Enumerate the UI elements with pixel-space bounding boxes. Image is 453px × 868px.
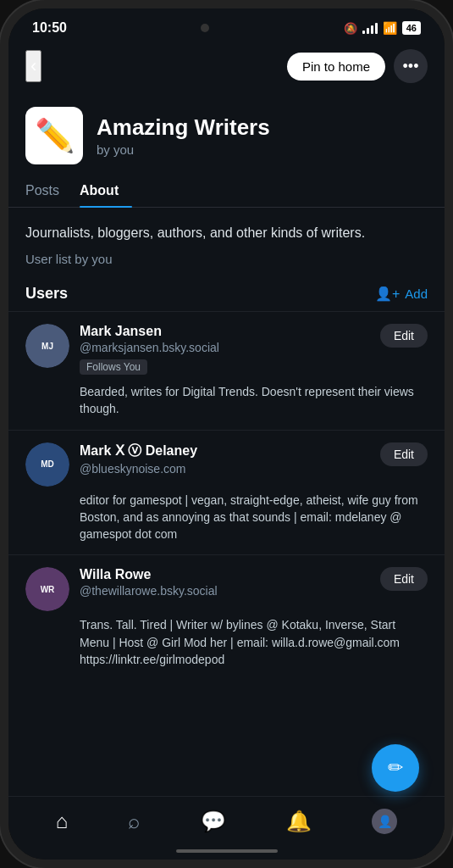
list-title: Amazing Writers [97, 114, 270, 141]
avatar: WR [25, 567, 69, 611]
user-bio: Trans. Tall. Tired | Writer w/ bylines @… [25, 616, 428, 668]
nav-search[interactable]: ⌕ [118, 806, 150, 837]
profile-icon: 👤 [378, 815, 392, 828]
user-bio: Bearded, writes for Digital Trends. Does… [25, 383, 428, 418]
nav-chat[interactable]: 💬 [191, 806, 236, 837]
bottom-nav: ⌂ ⌕ 💬 🔔 👤 [8, 796, 445, 843]
chat-icon: 💬 [201, 810, 226, 833]
users-section-title: Users [25, 285, 68, 303]
avatar-placeholder: MJ [25, 324, 69, 368]
wifi-icon: 📶 [383, 21, 397, 35]
user-name: Mark Jansen [80, 324, 219, 339]
list-avatar: ✏️ [25, 107, 83, 164]
back-button[interactable]: ‹ [25, 50, 41, 82]
header: ‹ Pin to home ••• [8, 42, 445, 93]
status-icons: 🔕 📶 46 [344, 21, 421, 35]
user-bio: editor for gamespot | vegan, straight-ed… [25, 492, 428, 543]
add-user-icon: 👤+ [375, 286, 400, 302]
pin-to-home-button[interactable]: Pin to home [287, 53, 385, 81]
list-avatar-icon: ✏️ [35, 117, 75, 154]
user-card-top: MJ Mark Jansen @marksjansen.bsky.social … [25, 324, 428, 378]
user-name: Willa Rowe [80, 567, 218, 582]
mute-icon: 🔕 [344, 22, 357, 35]
add-user-button[interactable]: 👤+ Add [375, 286, 428, 302]
profile-avatar: 👤 [372, 809, 397, 834]
battery-indicator: 46 [402, 21, 421, 35]
tabs: Posts About [8, 175, 445, 208]
user-card: WR Willa Rowe @thewillarowe.bsky.social … [8, 554, 445, 680]
nav-notifications[interactable]: 🔔 [276, 806, 322, 837]
user-name-row: Mark Jansen @marksjansen.bsky.social Edi… [80, 324, 428, 354]
avatar-placeholder: MD [25, 442, 69, 487]
user-name-row: Mark Ⅹ ⓥ Delaney @blueskynoise.com Edit [80, 442, 428, 476]
nav-profile[interactable]: 👤 [362, 805, 407, 837]
user-info: Mark Ⅹ ⓥ Delaney @blueskynoise.com Edit [80, 442, 428, 476]
user-card-top: MD Mark Ⅹ ⓥ Delaney @blueskynoise.com Ed… [25, 442, 428, 487]
about-meta: User list by you [25, 252, 428, 266]
about-description: Journalists, bloggers, authors, and othe… [25, 223, 428, 243]
list-subtitle: by you [97, 142, 270, 157]
user-handle: @marksjansen.bsky.social [80, 341, 219, 354]
edit-user-button[interactable]: Edit [380, 442, 428, 466]
list-info: ✏️ Amazing Writers by you [8, 93, 445, 175]
signal-icon [362, 22, 378, 34]
users-header: Users 👤+ Add [8, 273, 445, 311]
user-handle: @blueskynoise.com [80, 462, 197, 476]
user-name-row: Willa Rowe @thewillarowe.bsky.social Edi… [80, 567, 428, 598]
more-options-button[interactable]: ••• [394, 49, 428, 83]
avatar: MD [25, 442, 69, 487]
about-section: Journalists, bloggers, authors, and othe… [8, 208, 445, 273]
tab-about[interactable]: About [80, 175, 132, 207]
home-icon: ⌂ [56, 810, 69, 833]
edit-user-button[interactable]: Edit [380, 324, 428, 348]
list-title-group: Amazing Writers by you [97, 114, 270, 157]
home-indicator [8, 843, 445, 860]
status-center-dot [201, 24, 209, 32]
avatar: MJ [25, 324, 69, 368]
compose-fab[interactable]: ✏ [372, 744, 419, 792]
home-bar [176, 849, 278, 853]
user-card-top: WR Willa Rowe @thewillarowe.bsky.social … [25, 567, 428, 611]
main-content: ✏️ Amazing Writers by you Posts About Jo… [8, 93, 445, 796]
status-bar: 10:50 🔕 📶 46 [8, 8, 445, 42]
nav-home[interactable]: ⌂ [46, 806, 79, 837]
bell-icon: 🔔 [286, 810, 312, 833]
header-actions: Pin to home ••• [287, 49, 428, 83]
search-icon: ⌕ [128, 810, 140, 833]
avatar-placeholder: WR [25, 567, 69, 611]
user-handle: @thewillarowe.bsky.social [80, 584, 218, 598]
edit-user-button[interactable]: Edit [380, 567, 428, 591]
user-card: MD Mark Ⅹ ⓥ Delaney @blueskynoise.com Ed… [8, 430, 445, 555]
tab-posts[interactable]: Posts [25, 175, 73, 207]
user-info: Mark Jansen @marksjansen.bsky.social Edi… [80, 324, 428, 378]
follows-badge: Follows You [80, 359, 147, 375]
user-card: MJ Mark Jansen @marksjansen.bsky.social … [8, 311, 445, 430]
add-user-label: Add [405, 287, 428, 301]
user-info: Willa Rowe @thewillarowe.bsky.social Edi… [80, 567, 428, 598]
status-time: 10:50 [32, 20, 67, 36]
user-name: Mark Ⅹ ⓥ Delaney [80, 442, 197, 460]
compose-icon: ✏ [388, 757, 403, 779]
